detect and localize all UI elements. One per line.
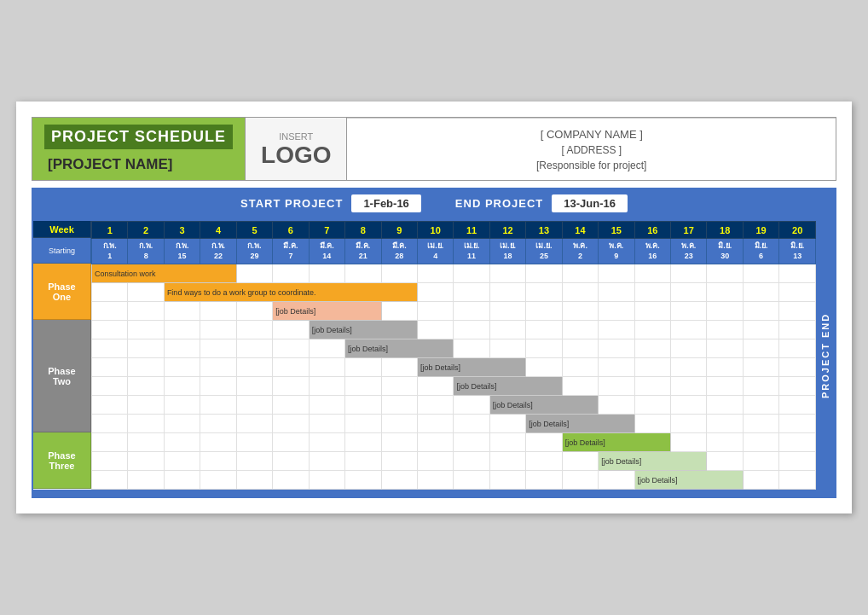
week-header-2: 2 [128, 222, 164, 239]
starting-header-4: ก.พ.29 [236, 239, 272, 264]
empty-cell-r10-c18 [743, 452, 778, 471]
empty-cell-r11-c6 [309, 471, 344, 490]
empty-cell-r8-c3 [200, 415, 236, 433]
empty-cell-r8-c16 [671, 415, 707, 433]
empty-cell-r10-c8 [381, 452, 417, 471]
empty-cell-r11-c10 [454, 471, 489, 490]
empty-cell-r11-c13 [562, 471, 598, 490]
empty-cell-r5-c8 [381, 358, 417, 377]
week-header-1: 1 [92, 222, 128, 239]
bar-cell-r3: [job Details] [309, 321, 417, 339]
starting-header-0: ก.พ.1 [92, 239, 128, 264]
empty-cell-r7-c15 [634, 396, 670, 415]
gantt-row-6: [job Details] [92, 377, 816, 396]
starting-header-12: เม.ย.25 [526, 239, 562, 264]
bar-cell-r9: [job Details] [562, 433, 670, 452]
week-header-18: 18 [707, 222, 743, 239]
empty-cell-r4-c4 [236, 339, 272, 358]
empty-cell-r11-c14 [599, 471, 634, 490]
empty-cell-r8-c18 [743, 415, 778, 433]
empty-cell-r7-c3 [200, 396, 236, 415]
empty-cell-r4-c11 [489, 339, 525, 358]
page: PROJECT SCHEDULE [PROJECT NAME] INSERT L… [16, 102, 852, 513]
empty-cell-r4-c1 [128, 339, 164, 358]
bar-cell-r10: [job Details] [599, 452, 707, 471]
bar-cell-r8: [job Details] [526, 415, 634, 433]
empty-cell-r11-c12 [526, 471, 562, 490]
empty-cell-r11-c11 [489, 471, 525, 490]
empty-cell-r0-c6 [309, 264, 344, 283]
bar-cell-r11: [job Details] [634, 471, 743, 490]
empty-cell-r3-c16 [671, 321, 707, 339]
week-header-3: 3 [164, 222, 200, 239]
gantt-row-2: [job Details] [92, 302, 816, 321]
empty-cell-r4-c2 [164, 339, 200, 358]
gantt-row-7: [job Details] [92, 396, 816, 415]
empty-cell-r0-c14 [599, 264, 634, 283]
week-header-5: 5 [236, 222, 272, 239]
phase-three-label: PhaseThree [33, 432, 91, 489]
empty-cell-r1-c9 [417, 283, 453, 302]
empty-cell-r7-c4 [236, 396, 272, 415]
empty-cell-r8-c2 [164, 415, 200, 433]
empty-cell-r10-c6 [309, 452, 344, 471]
project-end-bar: PROJECT END [816, 221, 835, 490]
empty-cell-r9-c16 [671, 433, 707, 452]
empty-cell-r5-c16 [671, 358, 707, 377]
empty-cell-r0-c4 [236, 264, 272, 283]
empty-cell-r3-c15 [634, 321, 670, 339]
empty-cell-r6-c7 [345, 377, 381, 396]
gantt-row-10: [job Details] [92, 452, 816, 471]
end-project-label: END PROJECT [455, 197, 543, 210]
empty-cell-r2-c14 [599, 302, 634, 321]
empty-cell-r11-c0 [92, 471, 128, 490]
empty-cell-r2-c12 [526, 302, 562, 321]
start-date-group: START PROJECT 1-Feb-16 [240, 194, 421, 212]
gantt-row-8: [job Details] [92, 415, 816, 433]
phase-one-label: PhaseOne [33, 264, 91, 320]
empty-cell-r3-c12 [526, 321, 562, 339]
empty-cell-r2-c2 [164, 302, 200, 321]
starting-row: ก.พ.1ก.พ.8ก.พ.15ก.พ.22ก.พ.29มี.ค.7มี.ค.1… [92, 239, 816, 264]
empty-cell-r0-c5 [273, 264, 309, 283]
starting-header-15: พ.ค.16 [634, 239, 670, 264]
empty-cell-r5-c15 [634, 358, 670, 377]
empty-cell-r3-c9 [417, 321, 453, 339]
empty-cell-r5-c18 [743, 358, 778, 377]
empty-cell-r11-c8 [381, 471, 417, 490]
company-address: [ ADDRESS ] [561, 144, 622, 156]
empty-cell-r11-c5 [273, 471, 309, 490]
empty-cell-r2-c8 [381, 302, 417, 321]
logo-insert-text: INSERT [279, 131, 313, 142]
empty-cell-r6-c1 [128, 377, 164, 396]
empty-cell-r6-c13 [562, 377, 598, 396]
empty-cell-r5-c1 [128, 358, 164, 377]
empty-cell-r6-c17 [707, 377, 743, 396]
logo-text: LOGO [261, 143, 331, 167]
empty-cell-r3-c10 [454, 321, 489, 339]
empty-cell-r4-c13 [562, 339, 598, 358]
empty-cell-r9-c1 [128, 433, 164, 452]
empty-cell-r2-c19 [779, 302, 816, 321]
empty-cell-r5-c4 [236, 358, 272, 377]
empty-cell-r7-c10 [454, 396, 489, 415]
empty-cell-r1-c16 [671, 283, 707, 302]
empty-cell-r7-c14 [599, 396, 634, 415]
company-name: [ COMPANY NAME ] [541, 128, 643, 141]
empty-cell-r9-c18 [743, 433, 778, 452]
empty-cell-r2-c9 [417, 302, 453, 321]
empty-cell-r7-c2 [164, 396, 200, 415]
empty-cell-r1-c0 [92, 283, 128, 302]
company-info: [ COMPANY NAME ] [ ADDRESS ] [Responsibl… [347, 118, 836, 180]
empty-cell-r3-c2 [164, 321, 200, 339]
empty-cell-r8-c9 [417, 415, 453, 433]
starting-col-header: Starting [33, 238, 91, 264]
week-header-10: 10 [417, 222, 453, 239]
empty-cell-r3-c3 [200, 321, 236, 339]
empty-cell-r3-c5 [273, 321, 309, 339]
week-header-15: 15 [599, 222, 634, 239]
empty-cell-r2-c17 [707, 302, 743, 321]
empty-cell-r8-c11 [489, 415, 525, 433]
week-header-9: 9 [381, 222, 417, 239]
empty-cell-r8-c7 [345, 415, 381, 433]
